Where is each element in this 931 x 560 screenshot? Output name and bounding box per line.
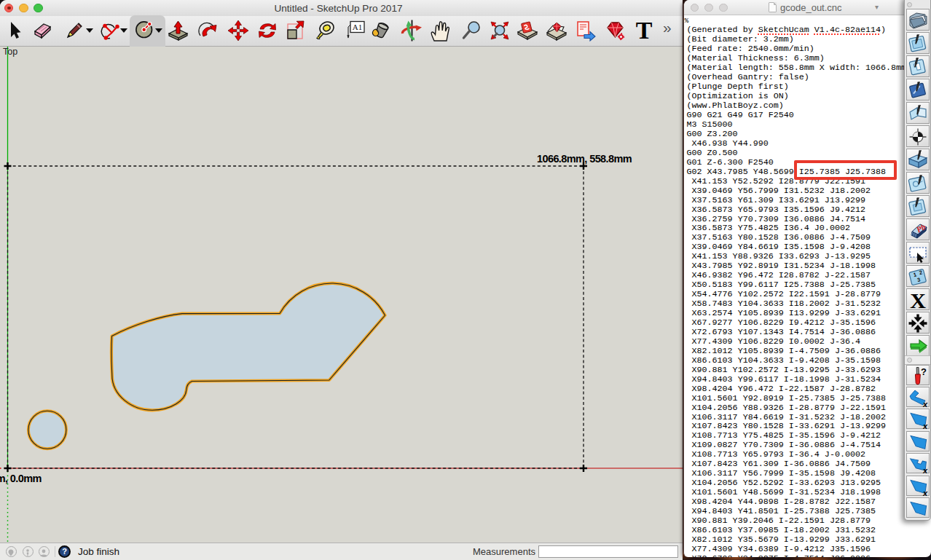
svg-text:A1: A1 [352, 23, 361, 31]
svg-text:Top: Top [3, 47, 17, 57]
svg-text:?: ? [921, 366, 927, 376]
svg-text:x: x [922, 422, 928, 430]
svg-text:x: x [922, 400, 928, 408]
svg-text:1066.8mm, 558.8mm: 1066.8mm, 558.8mm [537, 153, 632, 165]
svg-text:x: x [922, 466, 928, 474]
svg-text:T: T [635, 20, 652, 43]
svg-text:0.0mm, 0.0mm: 0.0mm, 0.0mm [0, 473, 42, 484]
svg-text:x: x [922, 489, 928, 497]
svg-text:X: X [910, 289, 926, 310]
